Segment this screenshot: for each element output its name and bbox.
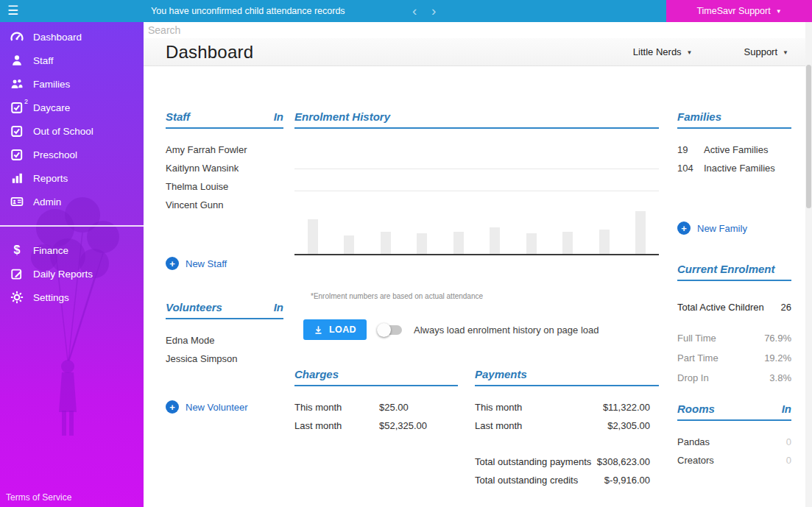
charges-payments-section: Charges This month $25.00 Last month $52… [294, 368, 659, 489]
volunteer-list: Edna Mode Jessica Simpson [166, 331, 283, 368]
payments-row: This month $11,322.00 [475, 398, 659, 416]
families-title: Families [677, 110, 721, 123]
charges-row-value: $25.00 [379, 398, 409, 416]
sidebar-item-daycare[interactable]: 2 Daycare [0, 96, 144, 119]
sidebar-item-dashboard[interactable]: Dashboard [0, 25, 144, 49]
staff-in-column-label: In [274, 110, 283, 123]
families-stat-row: 104 Inactive Families [677, 159, 791, 177]
inactive-families-label: Inactive Families [704, 159, 775, 177]
always-load-toggle-label: Always load enrolment history on page lo… [414, 325, 599, 336]
staff-list-item[interactable]: Vincent Gunn [166, 196, 283, 214]
enrolment-breakdown: Full Time 76.9% Part Time 19.2% Drop In … [677, 328, 791, 388]
organization-dropdown[interactable]: Little Nerds ▼ [633, 46, 693, 57]
terms-of-service-link[interactable]: Terms of Service [6, 492, 71, 503]
volunteers-section-header: Volunteers In [166, 301, 283, 319]
charges-rows: This month $25.00 Last month $52,325.00 [294, 398, 458, 435]
chevron-down-icon: ▼ [776, 9, 782, 15]
payments-total-row: Total outstanding credits $-9,916.00 [475, 471, 659, 489]
load-controls: LOAD Always load enrolment history on pa… [303, 319, 659, 340]
dollar-icon: $ [10, 244, 24, 257]
sidebar-item-preschool[interactable]: Preschool [0, 143, 144, 166]
payments-total-row: Total outstanding payments $308,623.00 [475, 453, 659, 471]
room-name: Creators [677, 451, 714, 469]
sidebar-item-out-of-school[interactable]: Out of School [0, 119, 144, 143]
sidebar-item-staff[interactable]: Staff [0, 49, 144, 72]
staff-column: Staff In Amy Farrah Fowler Kaitlynn Wans… [166, 110, 283, 414]
sidebar-item-reports[interactable]: Reports [0, 166, 144, 190]
rooms-in-column-label: In [782, 403, 791, 415]
chart-bar [381, 232, 391, 254]
chevron-down-icon: ▼ [783, 50, 788, 56]
sidebar-item-families[interactable]: Families [0, 72, 144, 96]
sidebar-item-admin[interactable]: Admin [0, 190, 144, 213]
enrolment-history-chart [294, 129, 659, 255]
notification-message: You have unconfirmed child attendance re… [151, 6, 345, 16]
enrolment-note: *Enrolment numbers are based on actual a… [311, 292, 659, 300]
payments-total-label: Total outstanding payments [475, 453, 591, 471]
sidebar-item-finance[interactable]: $ Finance [0, 238, 144, 262]
charges-row-label: Last month [294, 416, 379, 435]
scrollbar-thumb[interactable] [806, 65, 811, 208]
payments-header: Payments [475, 368, 659, 386]
sidebar-nav: Dashboard Staff Families 2 Daycare [0, 22, 144, 309]
enrolment-history-title: Enrolment History [294, 110, 390, 123]
enrolment-chart-bars [308, 129, 646, 254]
plus-icon: + [677, 221, 691, 235]
payments-total-label: Total outstanding credits [475, 471, 578, 489]
payments-row-value: $2,305.00 [607, 416, 659, 435]
total-active-children-row: Total Active Children 26 [677, 300, 791, 315]
people-icon [10, 77, 24, 91]
families-stat-row: 19 Active Families [677, 141, 791, 159]
full-time-label: Full Time [677, 328, 716, 348]
previous-notification-icon[interactable]: ‹ [412, 1, 417, 21]
current-enrolment-title: Current Enrolment [677, 263, 775, 275]
next-notification-icon[interactable]: › [431, 1, 436, 21]
sidebar-divider [0, 225, 144, 227]
search-bar [144, 22, 812, 38]
staff-title: Staff [166, 110, 190, 123]
header-dropdowns: Little Nerds ▼ Support ▼ [633, 46, 812, 57]
room-row[interactable]: Creators 0 [677, 451, 791, 469]
load-button[interactable]: LOAD [303, 319, 367, 340]
plus-icon: + [166, 257, 179, 270]
sidebar-item-label: Preschool [33, 149, 77, 160]
room-row[interactable]: Pandas 0 [677, 433, 791, 451]
sidebar-item-settings[interactable]: Settings [0, 286, 144, 309]
top-notification-bar: ☰ You have unconfirmed child attendance … [0, 0, 812, 22]
payments-row-value: $11,322.00 [603, 398, 659, 416]
volunteer-list-item[interactable]: Jessica Simpson [166, 350, 283, 368]
total-active-children-label: Total Active Children [677, 300, 764, 315]
staff-list-item[interactable]: Amy Farrah Fowler [166, 141, 283, 159]
enrolment-breakdown-row: Full Time 76.9% [677, 328, 791, 348]
new-volunteer-button[interactable]: + New Volunteer [166, 400, 283, 414]
part-time-value: 19.2% [764, 348, 791, 368]
payments-totals: Total outstanding payments $308,623.00 T… [475, 453, 659, 489]
staff-list-item[interactable]: Thelma Louise [166, 177, 283, 196]
new-staff-button[interactable]: + New Staff [166, 257, 283, 270]
payments-title: Payments [475, 368, 527, 380]
sidebar-item-daily-reports[interactable]: Daily Reports [0, 262, 144, 286]
payments-row-label: This month [475, 398, 522, 416]
vertical-scrollbar[interactable] [805, 22, 812, 507]
new-volunteer-label: New Volunteer [186, 402, 248, 413]
charges-row: Last month $52,325.00 [294, 416, 458, 435]
support-dropdown[interactable]: Support ▼ [744, 46, 788, 57]
total-active-children-value: 26 [781, 300, 791, 315]
volunteer-list-item[interactable]: Edna Mode [166, 331, 283, 350]
charges-row-value: $52,325.00 [379, 416, 427, 435]
timesavr-support-dropdown[interactable]: TimeSavr Support ▼ [666, 0, 812, 22]
chart-bar [562, 232, 573, 254]
staff-list-item[interactable]: Kaitlynn Wansink [166, 159, 283, 177]
new-family-button[interactable]: + New Family [677, 221, 791, 235]
chart-bar [599, 230, 610, 254]
volunteers-in-column-label: In [274, 301, 283, 313]
sidebar-item-label: Out of School [33, 126, 93, 137]
charges-title: Charges [294, 368, 339, 380]
search-input[interactable] [144, 22, 379, 38]
always-load-toggle[interactable] [378, 325, 402, 335]
room-name: Pandas [677, 433, 710, 451]
sidebar-item-label: Admin [33, 196, 61, 208]
chart-bar [344, 235, 354, 254]
hamburger-menu-icon[interactable]: ☰ [7, 3, 18, 18]
chevron-down-icon: ▼ [687, 50, 693, 56]
